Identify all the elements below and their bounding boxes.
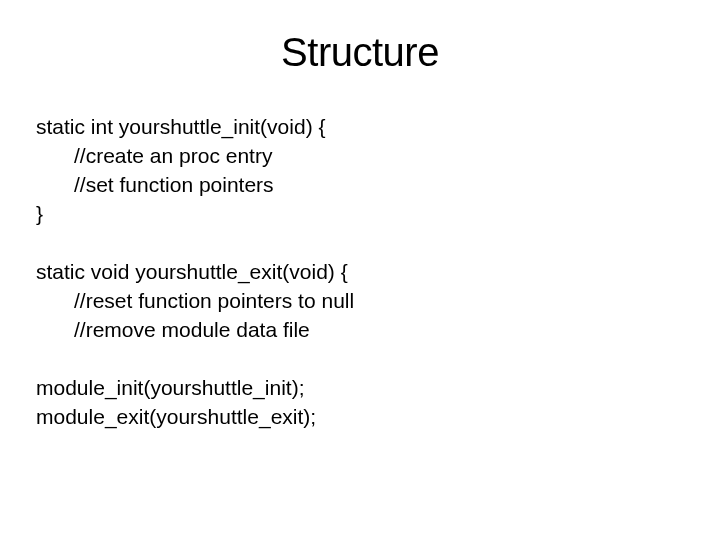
code-line: //create an proc entry <box>36 142 684 171</box>
slide-title: Structure <box>36 30 684 75</box>
spacer <box>36 345 684 374</box>
code-line: static void yourshuttle_exit(void) { <box>36 258 684 287</box>
slide-container: Structure static int yourshuttle_init(vo… <box>0 0 720 540</box>
code-line: //remove module data file <box>36 316 684 345</box>
spacer <box>36 229 684 258</box>
code-line: //reset function pointers to null <box>36 287 684 316</box>
code-line: module_exit(yourshuttle_exit); <box>36 403 684 432</box>
code-content: static int yourshuttle_init(void) { //cr… <box>36 113 684 432</box>
code-line: } <box>36 200 684 229</box>
code-line: static int yourshuttle_init(void) { <box>36 113 684 142</box>
code-line: //set function pointers <box>36 171 684 200</box>
code-line: module_init(yourshuttle_init); <box>36 374 684 403</box>
